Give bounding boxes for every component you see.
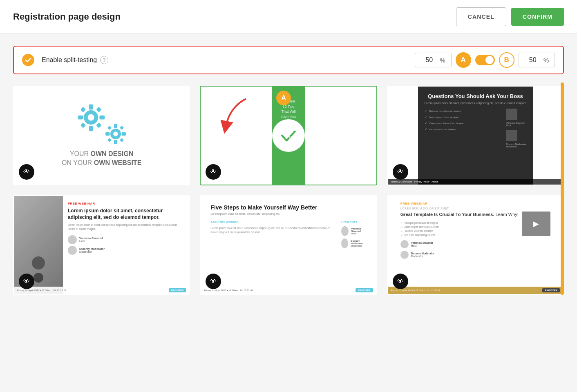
webinar1-body: Lorem ipsum dolor sit amet, consectetur … xyxy=(68,223,184,231)
dark-card-content: Questions You Should Ask Your Boss Lorem… xyxy=(418,87,533,185)
webinar3-presenter2: Dummy Moderator Moderator xyxy=(400,251,519,259)
webinar3-text: Great Template Is Crucial To Your Busine… xyxy=(400,212,519,261)
own-design-content: YOUR OWN DESIGN ON YOUR OWN WEBSITE xyxy=(62,87,141,185)
svg-rect-8 xyxy=(96,122,102,128)
enable-split-test-checkbox[interactable] xyxy=(22,54,34,66)
cancel-button[interactable]: CANCEL xyxy=(456,7,506,26)
webinar1-text: FREE WEBINAR Lorem ipsum dolor sit amet,… xyxy=(63,196,189,294)
webinar2-presenter1-role: Host xyxy=(351,232,366,235)
own-design-text: YOUR OWN DESIGN ON YOUR OWN WEBSITE xyxy=(62,149,141,168)
svg-point-9 xyxy=(112,130,119,138)
dark-avatar-2 xyxy=(506,130,517,141)
svg-rect-6 xyxy=(96,107,102,112)
webinar1-avatar1 xyxy=(68,235,77,244)
scrollbar-track[interactable] xyxy=(561,82,564,295)
template-card-dark[interactable]: Questions You Should Ask Your Boss Lorem… xyxy=(387,86,564,185)
card-a-badge: A xyxy=(276,91,291,105)
webinar2-sub: Lorem ipsum dolor sit amet, consectetur … xyxy=(210,212,366,215)
template-card-webinar-2[interactable]: Five Steps to Make Yourself Way Better L… xyxy=(200,195,377,295)
webinar3-register-btn[interactable]: REGISTER xyxy=(542,288,560,292)
webinar3-content: FREE WEBINAR LOREM IPSUM DOLOR SIT AMET … xyxy=(395,196,556,294)
webinar3-image: ▶ xyxy=(522,212,550,236)
preview-btn-4[interactable]: 👁 xyxy=(19,274,34,289)
dark-card-bottom-bar: Terms & Conditions Privacy Policy About xyxy=(388,179,563,185)
template-card-webinar-3[interactable]: FREE WEBINAR LOREM IPSUM DOLOR SIT AMET … xyxy=(387,195,564,295)
eye-icon-6: 👁 xyxy=(397,278,404,285)
header-actions: CANCEL CONFIRM xyxy=(456,7,564,26)
dark-avatar-1 xyxy=(506,109,517,120)
svg-rect-16 xyxy=(107,138,111,142)
webinar2-presenters-col: Presenters Vanessa Stauntel Host xyxy=(341,220,367,251)
webinar1-register-btn[interactable]: REGISTER xyxy=(169,288,186,292)
dark-card-sub: Lorem ipsum dolor sit amet, consectetur … xyxy=(425,102,526,105)
template-card-green[interactable]: Assume 12 Tips That Will Give You Way Co… xyxy=(200,86,377,185)
webinar2-avatar1 xyxy=(341,226,349,236)
webinar3-avatar1 xyxy=(400,240,409,248)
webinar1-moderator: Dummy moderator Moderator xyxy=(68,246,184,255)
svg-rect-17 xyxy=(120,138,124,142)
play-icon: ▶ xyxy=(533,219,539,228)
svg-rect-14 xyxy=(107,125,111,129)
webinar1-title: Lorem ipsum dolor sit amet, consectetur … xyxy=(68,208,184,220)
svg-rect-15 xyxy=(120,125,124,129)
card-inner-webinar2: Five Steps to Make Yourself Way Better L… xyxy=(201,196,376,294)
webinar2-register-btn[interactable]: REGISTER xyxy=(356,288,373,292)
svg-rect-12 xyxy=(105,132,110,135)
page-title: Registration page design xyxy=(13,11,121,22)
webinar2-cols: About the Webinar Lorem ipsum dolor sit … xyxy=(210,220,366,251)
percent-sign-a: % xyxy=(440,57,445,64)
card-inner-green: Assume 12 Tips That Will Give You Way Co… xyxy=(201,87,376,185)
webinar1-moderator-name: Dummy moderator xyxy=(79,247,105,250)
svg-rect-11 xyxy=(114,140,117,144)
percent-sign-b: % xyxy=(543,57,549,64)
gear-small-icon xyxy=(105,123,126,145)
card-inner-webinar1: FREE WEBINAR Lorem ipsum dolor sit amet,… xyxy=(14,196,189,294)
card-inner-webinar3: FREE WEBINAR LOREM IPSUM DOLOR SIT AMET … xyxy=(388,196,563,294)
webinar1-presenter-avatar2 xyxy=(34,273,43,283)
svg-rect-7 xyxy=(80,122,86,128)
help-icon[interactable]: ? xyxy=(100,56,108,64)
percent-input-a-wrap: % xyxy=(415,53,451,67)
webinar3-bottom-bar: Friday, 01 April 2017 • 11:00am 01 15 00… xyxy=(388,287,563,294)
dark-content-row: ✓Natoque penatibus et magnis ✓Lorem ipsu… xyxy=(425,109,526,148)
ab-circle-b[interactable]: B xyxy=(499,52,514,68)
dark-card-title: Questions You Should Ask Your Boss xyxy=(425,93,526,99)
split-test-toggle[interactable] xyxy=(475,55,495,65)
eye-icon-5: 👁 xyxy=(210,278,217,285)
ab-circle-a[interactable]: A xyxy=(456,52,471,68)
eye-icon-1: 👁 xyxy=(23,168,30,176)
gear-icon-wrap xyxy=(77,104,126,145)
webinar2-about-label: About the Webinar xyxy=(210,220,336,224)
card-inner-dark: Questions You Should Ask Your Boss Lorem… xyxy=(388,87,563,185)
webinar1-presenter-name: Vanessa Stauntel xyxy=(79,237,103,240)
confirm-button[interactable]: CONFIRM xyxy=(511,8,564,26)
scrollbar-area xyxy=(561,82,564,295)
webinar2-avatar2 xyxy=(341,238,348,248)
svg-rect-5 xyxy=(80,107,86,112)
template-card-own-design[interactable]: YOUR OWN DESIGN ON YOUR OWN WEBSITE 👁 xyxy=(13,86,190,185)
webinar3-presenter1: Vanessa Stauntel Host xyxy=(400,240,519,248)
svg-rect-1 xyxy=(89,104,93,109)
svg-rect-2 xyxy=(89,126,93,131)
webinar1-avatar2 xyxy=(68,246,77,255)
webinar2-moderator-name: Dummy moderator xyxy=(351,240,366,245)
webinar3-avatar2 xyxy=(400,251,409,259)
percent-input-b[interactable] xyxy=(525,56,541,64)
eye-icon-3: 👁 xyxy=(397,168,404,176)
split-test-bar: Enable split-testing ? % A B % xyxy=(13,46,564,74)
webinar2-presenter1-name: Vanessa Stauntel xyxy=(351,227,366,232)
preview-btn-6[interactable]: 👁 xyxy=(393,274,408,289)
webinar1-moderator-role: Moderator xyxy=(79,250,105,253)
webinar2-presenter1: Vanessa Stauntel Host xyxy=(341,226,367,236)
webinar2-about-text: Lorem ipsum dolor sit amet, consectetur … xyxy=(210,226,336,234)
webinar2-content: Five Steps to Make Yourself Way Better L… xyxy=(201,196,376,294)
preview-btn-1[interactable]: 👁 xyxy=(19,164,34,180)
preview-btn-3[interactable]: 👁 xyxy=(393,164,408,180)
webinar1-free-label: FREE WEBINAR xyxy=(68,202,184,205)
template-card-webinar-1[interactable]: FREE WEBINAR Lorem ipsum dolor sit amet,… xyxy=(13,195,190,295)
webinar2-title: Five Steps to Make Yourself Way Better xyxy=(210,204,366,211)
webinar1-bottom-bar: Friday, 01 April 2017 • 11:00am 01 15 32… xyxy=(14,287,189,294)
green-selected-content: Assume 12 Tips That Will Give You Way Co… xyxy=(272,87,305,185)
webinar3-row: Great Template Is Crucial To Your Busine… xyxy=(400,212,550,261)
percent-input-a[interactable] xyxy=(421,56,437,64)
